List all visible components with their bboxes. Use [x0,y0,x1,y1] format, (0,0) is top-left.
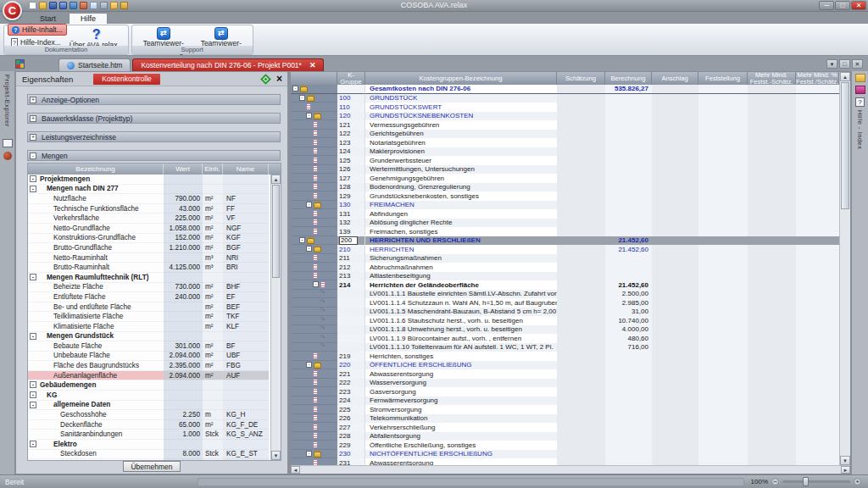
table-row[interactable]: 123Notariatsgebühren [291,138,839,147]
tab-startseite[interactable]: Startseite.htm [58,58,131,71]
table-row[interactable]: Technische Funktionsfläche43.000m²FF [28,204,270,214]
expander-icon[interactable]: - [30,333,36,340]
zoom-slider[interactable] [782,480,850,483]
column-header-einh[interactable]: Einh. [203,164,223,175]
table-row[interactable]: Unbebaute Fläche2.094.000m²UBF [28,352,270,362]
ribbon-tab-hilfe[interactable]: Hilfe [69,13,108,24]
table-row[interactable]: -Mengen nach DIN 277 [28,185,270,195]
expander-icon[interactable]: - [306,113,312,119]
table-row[interactable]: -Mengen Grundstück [28,332,270,342]
expander-icon[interactable]: - [30,274,36,280]
open-book-icon[interactable] [3,139,13,147]
scroll-thumb[interactable] [272,185,280,278]
table-row[interactable]: -214Herrichten der Geländeoberfläche21.4… [291,280,839,290]
section-leistungsverzeichnisse[interactable]: +Leistungsverzeichnisse [27,131,281,142]
table-row[interactable]: 228Abfallentsorgung [291,432,839,441]
table-row[interactable]: 229Öffentliche Erschließung, sonstiges [291,441,839,450]
expander-icon[interactable]: - [292,86,298,92]
column-header-wert[interactable]: Wert [164,164,203,175]
column-header-bezeichnung[interactable]: Bezeichnung [28,164,164,175]
users-icon[interactable] [70,2,77,9]
zoom-in-button[interactable]: + [854,478,861,485]
cost-hscrollbar[interactable]: ◄ ► [291,465,850,474]
table-row[interactable]: 223Gasversorgung [291,387,839,396]
document-icon[interactable] [90,2,97,9]
table-row[interactable]: -KG [28,391,270,401]
table-row[interactable]: 128Bodenordnung, Grenzregulierung [291,183,839,192]
table-row[interactable]: Schalter4.000StckKG_E_SC [28,459,270,460]
table-row[interactable]: -Projektmengen [28,175,270,185]
teamviewer-remote-button[interactable]: ⇄ Teamviewer-Fernwartung [136,26,192,45]
table-row[interactable]: -100GRUNDSTÜCK [291,94,839,103]
scroll-up-icon[interactable]: ▲ [271,175,281,184]
table-row[interactable]: 226Telekommunikation [291,414,839,424]
scroll-left-icon[interactable]: ◄ [291,466,300,474]
table-row[interactable]: 139Freimachen, sonstiges [291,227,839,236]
about-button[interactable]: ? Über AVA.relax... [69,26,125,45]
table-row[interactable]: 110GRUNDSTÜCKSWERT [291,103,839,112]
table-row[interactable]: -Gesamtkosten nach DIN 276-06535.826,27 [291,85,839,94]
help-icon[interactable]: ? [855,97,865,107]
cost-vscrollbar[interactable]: ▲ ▼ [839,72,850,465]
column-header-f[interactable]: Feststellung [698,72,748,85]
table-row[interactable]: Nutzfläche790.000m²NF [28,194,270,204]
table-row[interactable]: Fläche des Baugrundstücks2.395.000m²FBG [28,361,270,371]
close-button[interactable]: ✕ [851,1,866,10]
table-row[interactable]: -Gebäudemengen [28,380,270,391]
expander-icon[interactable]: - [30,381,36,388]
table-row[interactable]: ↷LV001.1.1.4 Schutzzaun n. Wahl AN, h=1,… [291,298,839,308]
mengen-scrollbar[interactable]: ▲ ▼ [270,175,281,460]
table-row[interactable]: Konstruktions-Grundfläche152.000m²KGF [28,234,270,244]
table-row[interactable]: Bebaute Fläche301.000m²BF [28,341,270,352]
table-row[interactable]: Geschosshöhe2.250mKG_H [28,410,270,420]
save-icon[interactable] [49,2,57,9]
table-row[interactable]: 224Fernwärmeversorgung [291,396,839,406]
folder-icon[interactable] [855,74,865,82]
person-icon[interactable] [80,2,87,9]
column-header-a[interactable]: Anschlag [652,72,698,85]
expander-icon[interactable]: - [30,186,36,192]
column-header-b[interactable]: Berechnung [605,72,652,85]
lock-icon[interactable] [120,2,128,9]
expander-icon[interactable]: - [306,362,312,368]
dock-icon[interactable] [260,74,271,85]
expander-icon[interactable]: - [306,451,312,457]
table-row[interactable]: Brutto-Grundfläche1.210.000m²BGF [28,243,270,253]
book-icon[interactable] [855,86,865,94]
ribbon-tab-start[interactable]: Start [29,14,67,24]
expander-icon[interactable]: - [30,152,36,159]
table-row[interactable]: 213Altlastenbeseitigung [291,272,839,281]
expander-icon[interactable]: + [30,134,36,141]
uebernehmen-button[interactable]: Übernehmen [123,461,181,472]
table-row[interactable]: 219Herrichten, sonstiges [291,352,839,361]
scroll-up-icon[interactable]: ▲ [840,72,850,81]
table-row[interactable]: 121Vermessungsgebühren [291,120,839,130]
tab-kostenverteilung[interactable]: Kostenverteilung nach DIN 276-06 - Proje… [132,58,324,71]
table-row[interactable]: Entlüftete Fläche240.000m²EF [28,292,270,302]
column-header-name[interactable]: Name [223,164,269,175]
section-anzeige-optionen[interactable]: +Anzeige-Optionen [27,94,281,105]
section-bauwerksklasse-projekttyp-[interactable]: +Bauwerksklasse (Projekttyp) [27,113,281,124]
expander-icon[interactable]: + [30,115,36,122]
table-row[interactable]: 127Genehmigungsgebühren [291,174,839,183]
table-row[interactable]: -allgemeine Daten [28,401,270,411]
hilfe-index-rail-label[interactable]: Hilfe - Index [856,110,864,150]
table-row[interactable]: 129Grundstücksnebenkosten, sonstiges [291,191,839,201]
section-mengen[interactable]: -Mengen [27,150,281,161]
table-row[interactable]: Steckdosen8.000StckKG_E_ST [28,450,270,460]
app-logo[interactable]: C [3,1,22,20]
zoom-slider-thumb[interactable] [803,477,809,486]
table-row[interactable]: Klimatisierte Flächem²KLF [28,322,270,332]
expander-icon[interactable]: - [313,281,319,287]
table-row[interactable]: -120GRUNDSTÜCKSNEBENKOSTEN [291,112,839,121]
mdi-pin-button[interactable]: ▾ [826,59,837,69]
folder-icon[interactable] [110,2,118,9]
table-row[interactable]: -130FREIMACHEN [291,201,839,210]
globe-icon[interactable] [3,152,12,160]
table-row[interactable]: ↷LV001.1.1.1 Baustelle einrichten Sämtl.… [291,290,839,299]
teamviewer-presentation-button[interactable]: ⇄ Teamviewer-Präsentation [193,26,249,45]
scroll-thumb[interactable] [841,82,849,209]
table-row[interactable]: Außenanlagenfläche2.094.000m²AUF [28,371,270,381]
table-row[interactable]: 122Gerichtsgebühren [291,130,839,139]
table-row[interactable]: -200HERRICHTEN UND ERSCHLIEßEN21.452,60 [291,236,839,246]
